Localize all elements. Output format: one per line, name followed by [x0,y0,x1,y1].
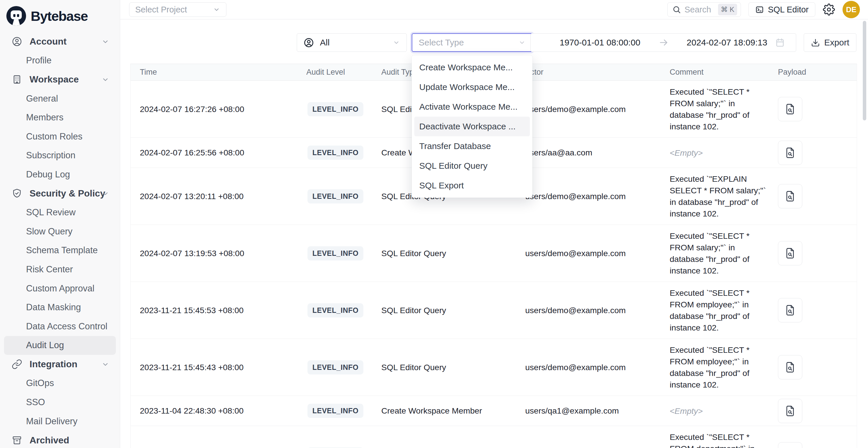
payload-view-button[interactable] [778,141,802,165]
sidebar-item-mail-delivery[interactable]: Mail Delivery [0,412,120,431]
date-range-picker[interactable]: 1970-01-01 08:00:00 2024-02-07 18:09:13 [530,33,796,52]
sidebar-item-data-access-control[interactable]: Data Access Control [0,317,120,336]
type-menu-item-activate-workspace-me[interactable]: Activate Workspace Me... [412,97,532,117]
chevron-down-icon [101,38,110,46]
vertical-scrollbar[interactable] [863,21,866,120]
sidebar-item-custom-approval[interactable]: Custom Approval [0,279,120,298]
bytebase-logo[interactable]: Bytebase [0,0,120,28]
type-filter-placeholder: Select Type [418,38,518,47]
sidebar-item-label: Data Access Control [26,321,107,332]
payload-view-button[interactable] [778,184,802,209]
sidebar-item-label: Custom Roles [26,131,83,142]
payload-cell [778,184,857,209]
sidebar-item-general[interactable]: General [0,89,120,108]
export-label: Export [824,38,849,47]
table-row: 2024-02-07 13:19:53 +08:00 LEVEL_INFO SQ… [131,225,857,282]
column-header-actor: Actor [525,68,670,77]
settings-gear-icon[interactable] [823,3,835,15]
sidebar-section-archived[interactable]: Archived [0,430,120,448]
payload-cell [778,97,857,121]
actor-cell: users/demo@example.com [525,249,670,258]
level-badge: LEVEL_INFO [308,360,363,375]
date-from-value: 1970-01-01 08:00:00 [560,38,641,47]
sidebar-section-label: Workspace [30,74,79,85]
actor-filter-select[interactable]: All [297,33,407,52]
user-circle-icon [11,36,22,47]
sidebar-section-integration[interactable]: Integration [0,355,120,374]
table-row: 2023-11-21 15:45:43 +08:00 LEVEL_INFO SQ… [131,339,857,396]
payload-cell [778,298,857,322]
sidebar-item-label: Data Masking [26,302,81,313]
file-search-icon [784,147,796,159]
level-badge: LEVEL_INFO [308,303,363,318]
sidebar-item-audit-log[interactable]: Audit Log [4,336,116,355]
level-badge: LEVEL_INFO [308,146,363,160]
level-badge: LEVEL_INFO [308,102,363,116]
sidebar-item-label: Custom Approval [26,283,94,294]
sidebar-item-sso[interactable]: SSO [0,393,120,412]
date-to-value: 2024-02-07 18:09:13 [687,38,768,47]
type-menu-item-update-workspace-me[interactable]: Update Workspace Me... [412,77,532,97]
sidebar-section-account[interactable]: Account [0,32,120,51]
comment-cell-empty: <Empty> [670,400,778,422]
search-input[interactable]: Search ⌘ K [668,2,741,17]
column-header-comment: Comment [670,68,778,77]
type-menu-item-deactivate-workspace[interactable]: Deactivate Workspace ... [414,117,530,136]
file-search-icon [784,247,796,259]
type-menu-item-transfer-database[interactable]: Transfer Database [412,136,532,156]
sidebar-item-gitops[interactable]: GitOps [0,374,120,393]
sidebar-section-security-policy[interactable]: Security & Policy [0,184,120,203]
sql-editor-button[interactable]: SQL Editor [748,2,815,17]
type-menu-item-sql-editor-query[interactable]: SQL Editor Query [412,156,532,176]
export-button[interactable]: Export [804,33,857,52]
user-circle-icon [303,37,314,48]
payload-view-button[interactable] [778,442,802,448]
level-badge: LEVEL_INFO [308,246,363,260]
user-avatar[interactable]: DE [842,1,860,18]
audit-level-cell: LEVEL_INFO [306,303,381,318]
type-menu-item-sql-export[interactable]: SQL Export [412,176,532,195]
time-cell: 2023-11-21 15:45:53 +08:00 [131,306,306,315]
sql-editor-label: SQL Editor [768,5,809,14]
sidebar-item-risk-center[interactable]: Risk Center [0,260,120,279]
sidebar-item-sql-review[interactable]: SQL Review [0,203,120,222]
main-content: All Select Type 1970-01-01 08:00:00 2024… [120,19,868,448]
payload-view-button[interactable] [778,355,802,379]
terminal-icon [755,5,764,14]
table-row: 2023-11-04 21:26:34 +08:00 LEVEL_INFO SQ… [131,426,857,448]
archive-icon [11,435,22,446]
sidebar-item-label: Mail Delivery [26,416,77,426]
comment-cell: Executed `"SELECT * FROM department;"` i… [670,426,778,448]
shield-check-icon [11,188,22,199]
type-menu-item-create-workspace-me[interactable]: Create Workspace Me... [412,58,532,77]
sidebar-item-data-masking[interactable]: Data Masking [0,298,120,317]
sidebar-item-schema-template[interactable]: Schema Template [0,241,120,260]
topbar-right: Search ⌘ K SQL Editor DE [668,0,860,19]
project-select[interactable]: Select Project [129,2,226,17]
sidebar-item-members[interactable]: Members [0,108,120,127]
sidebar-item-subscription[interactable]: Subscription [0,146,120,165]
sidebar-item-custom-roles[interactable]: Custom Roles [0,127,120,146]
building-icon [11,74,22,85]
audit-level-cell: LEVEL_INFO [306,360,381,375]
audit-level-cell: LEVEL_INFO [306,404,381,418]
payload-view-button[interactable] [778,399,802,423]
payload-view-button[interactable] [778,97,802,121]
level-badge: LEVEL_INFO [308,189,363,203]
type-filter-select[interactable]: Select Type [412,33,533,52]
sidebar-item-label: Debug Log [26,169,70,180]
payload-view-button[interactable] [778,298,802,322]
payload-view-button[interactable] [778,241,802,265]
time-cell: 2024-02-07 13:20:11 +08:00 [131,192,306,201]
file-search-icon [784,405,796,417]
sidebar-item-profile[interactable]: Profile [0,51,120,70]
sidebar-item-slow-query[interactable]: Slow Query [0,222,120,241]
sidebar-item-debug-log[interactable]: Debug Log [0,165,120,184]
sidebar-section-workspace[interactable]: Workspace [0,70,120,89]
payload-cell [778,355,857,379]
audit-type-cell: SQL Editor Query [381,306,525,315]
sidebar-item-label: GitOps [26,378,54,388]
table-row: 2023-11-21 15:45:53 +08:00 LEVEL_INFO SQ… [131,282,857,339]
audit-level-cell: LEVEL_INFO [306,189,381,203]
arrow-right-icon [658,37,669,48]
